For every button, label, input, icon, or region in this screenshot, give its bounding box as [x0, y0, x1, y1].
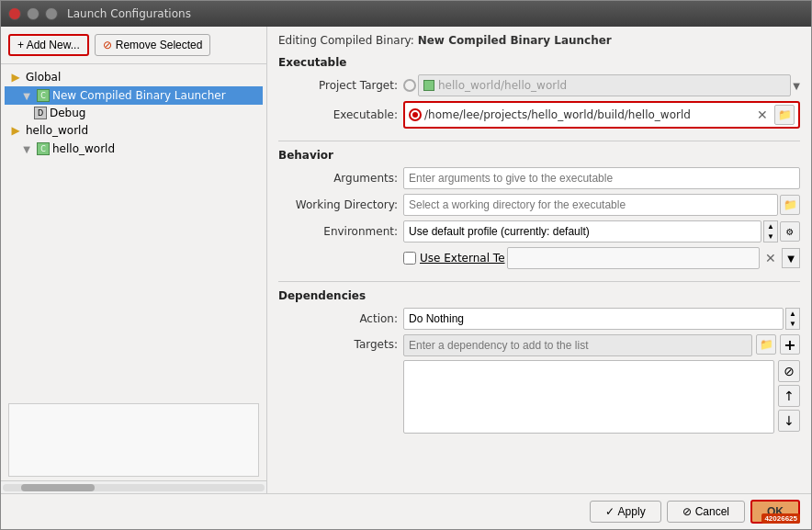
tree-item-debug[interactable]: D Debug: [5, 105, 263, 121]
tree-item-label: New Compiled Binary Launcher: [52, 89, 226, 102]
tree-item-label: Debug: [50, 107, 85, 119]
working-dir-field: 📁: [403, 194, 800, 216]
environment-spinner-down[interactable]: ▼: [764, 231, 777, 242]
targets-actions: ⊘ ↑ ↓: [778, 360, 800, 432]
scrollbar-thumb: [21, 484, 95, 491]
working-dir-row: Working Directory: 📁: [278, 194, 800, 216]
tree-item-label: Global: [26, 71, 61, 84]
left-panel: + Add New... ⊘ Remove Selected ▶ Global …: [1, 27, 267, 493]
horizontal-scrollbar[interactable]: [1, 480, 266, 493]
targets-input-row: 📁 +: [403, 334, 800, 356]
arguments-label: Arguments:: [278, 172, 398, 185]
config-icon: C: [37, 89, 50, 102]
executable-row: Executable: /home/lee/projects/hello_wor…: [278, 101, 800, 129]
action-select[interactable]: Do Nothing: [403, 308, 784, 330]
executable-radio[interactable]: [409, 108, 422, 121]
tree-item-hello-world-config[interactable]: ▼ C hello_world: [5, 140, 263, 158]
targets-browse-button[interactable]: 📁: [756, 334, 776, 355]
minimize-btn[interactable]: [27, 7, 39, 20]
cancel-icon: ⊘: [682, 505, 692, 518]
targets-list-area: ⊘ ↑ ↓: [403, 360, 800, 434]
left-bottom-preview: [8, 403, 259, 477]
tree-item-hello-world-folder[interactable]: ▶ hello_world: [5, 121, 263, 140]
tree-item-label: hello_world: [26, 124, 88, 137]
close-btn[interactable]: [8, 7, 21, 20]
behavior-section-header: Behavior: [278, 149, 800, 162]
remove-icon: ⊘: [103, 39, 112, 51]
use-external-label: Use External Te: [420, 252, 505, 265]
executable-input-container: /home/lee/projects/hello_world/build/hel…: [403, 101, 800, 129]
project-target-label: Project Target:: [278, 79, 398, 92]
ok-button[interactable]: OK 42026625: [750, 500, 800, 524]
executable-section-header: Executable: [278, 56, 800, 69]
expand-icon: ▼: [19, 141, 34, 156]
konsole-dropdown-button[interactable]: ▼: [782, 248, 800, 268]
targets-area: 📁 + ⊘ ↑ ↓: [403, 334, 800, 434]
working-dir-label: Working Directory:: [278, 198, 398, 211]
working-dir-browse-button[interactable]: 📁: [780, 195, 800, 215]
dependencies-section-header: Dependencies: [278, 289, 800, 302]
targets-list: [403, 360, 774, 434]
tree-item-new-compiled[interactable]: ▼ C New Compiled Binary Launcher: [5, 86, 263, 105]
konsole-clear-button[interactable]: ✕: [761, 249, 780, 267]
use-external-field: Use External Te ✕ ▼: [403, 247, 800, 269]
working-dir-input[interactable]: [403, 194, 778, 216]
right-panel: Editing Compiled Binary: New Compiled Bi…: [267, 27, 811, 493]
konsole-input[interactable]: [507, 247, 760, 269]
targets-down-button[interactable]: ↓: [778, 410, 800, 432]
environment-row: Environment: Use default profile (curren…: [278, 220, 800, 242]
executable-clear-button[interactable]: ✕: [753, 106, 772, 124]
radio-dot: [412, 112, 418, 118]
editing-title: Editing Compiled Binary: New Compiled Bi…: [278, 34, 800, 47]
environment-select[interactable]: Use default profile (currently: default): [403, 220, 761, 242]
action-spinner-up[interactable]: ▲: [786, 309, 799, 319]
launch-configurations-dialog: Launch Configurations + Add New... ⊘ Rem…: [0, 0, 812, 530]
targets-row: Targets: 📁 + ⊘ ↑ ↓: [278, 334, 800, 434]
action-field: Do Nothing ▲ ▼: [403, 308, 800, 330]
cancel-button[interactable]: ⊘ Cancel: [667, 501, 745, 523]
separator-2: [278, 281, 800, 282]
ok-badge: 42026625: [761, 513, 800, 524]
executable-path: /home/lee/projects/hello_world/build/hel…: [424, 108, 750, 121]
action-spinner-down[interactable]: ▼: [786, 319, 799, 329]
remove-selected-button[interactable]: ⊘ Remove Selected: [95, 34, 211, 56]
main-content: + Add New... ⊘ Remove Selected ▶ Global …: [1, 27, 811, 493]
project-target-input: hello_world/hello_world: [418, 74, 791, 96]
executable-label: Executable:: [278, 108, 398, 121]
separator-1: [278, 141, 800, 141]
editing-name: New Compiled Binary Launcher: [418, 34, 612, 47]
targets-up-button[interactable]: ↑: [778, 385, 800, 407]
executable-browse-button[interactable]: 📁: [774, 105, 795, 125]
targets-label: Targets:: [278, 334, 398, 351]
tree-item-global[interactable]: ▶ Global: [5, 68, 263, 86]
project-target-value: hello_world/hello_world: [438, 79, 567, 92]
environment-label: Environment:: [278, 225, 398, 238]
scrollbar-track: [3, 484, 265, 491]
arguments-input[interactable]: [403, 167, 800, 189]
environment-field: Use default profile (currently: default)…: [403, 220, 800, 242]
dropdown-arrow-icon: ▼: [793, 81, 800, 91]
expand-icon: ▼: [19, 88, 34, 103]
environment-settings-button[interactable]: ⚙: [780, 221, 800, 242]
project-target-radio[interactable]: [403, 79, 416, 92]
apply-button[interactable]: ✓ Apply: [590, 501, 661, 523]
titlebar: Launch Configurations: [1, 1, 811, 27]
folder-icon: ▶: [8, 123, 23, 138]
config-icon-small: [423, 80, 434, 91]
tree-view: ▶ Global ▼ C New Compiled Binary Launche…: [1, 64, 266, 400]
use-external-checkbox[interactable]: [403, 252, 416, 265]
targets-remove-button[interactable]: ⊘: [778, 360, 800, 382]
bottom-bar: ✓ Apply ⊘ Cancel OK 42026625: [1, 493, 811, 529]
add-new-button[interactable]: + Add New...: [8, 34, 89, 56]
use-external-row: Use External Te ✕ ▼: [278, 247, 800, 269]
titlebar-title: Launch Configurations: [67, 7, 191, 20]
toolbar: + Add New... ⊘ Remove Selected: [1, 27, 266, 64]
maximize-btn[interactable]: [45, 7, 58, 20]
tree-item-label: hello_world: [52, 142, 115, 155]
project-target-row: Project Target: hello_world/hello_world …: [278, 74, 800, 96]
environment-spinner-up[interactable]: ▲: [764, 221, 777, 231]
folder-icon: ▶: [8, 70, 23, 85]
targets-add-button[interactable]: +: [780, 334, 800, 355]
project-target-field: hello_world/hello_world ▼: [403, 74, 800, 96]
targets-input[interactable]: [403, 334, 752, 356]
